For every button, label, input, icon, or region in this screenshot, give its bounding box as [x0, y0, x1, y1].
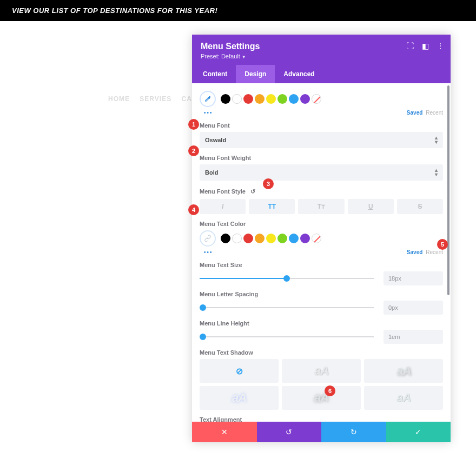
- swatch-black[interactable]: [221, 94, 230, 104]
- style-uppercase-button[interactable]: TT: [249, 199, 295, 214]
- undo-icon: ↺: [286, 428, 292, 436]
- swatch-yellow[interactable]: [266, 234, 276, 243]
- color-link-button[interactable]: [200, 230, 216, 247]
- expand-icon[interactable]: ⛶: [406, 42, 414, 50]
- text-shadow-grid: ⊘ aA aA aA aA aA: [200, 359, 443, 410]
- swatch-red[interactable]: [243, 94, 253, 104]
- swatch-black[interactable]: [221, 234, 230, 243]
- panel-header: Menu Settings Preset: Default ▼ ⛶ ◧ ⋮: [192, 35, 451, 65]
- swatch-orange[interactable]: [255, 234, 265, 243]
- banner-text: VIEW OUR LIST OF TOP DESTINATIONS FOR TH…: [12, 6, 217, 15]
- swatch-white[interactable]: [232, 94, 242, 104]
- label-menu-text-color: Menu Text Color: [200, 221, 443, 227]
- color-eyedropper-button[interactable]: [200, 91, 216, 107]
- reset-icon[interactable]: ↺: [249, 187, 257, 196]
- close-button[interactable]: ✕: [192, 422, 257, 442]
- settings-panel: Menu Settings Preset: Default ▼ ⛶ ◧ ⋮ Co…: [192, 35, 451, 442]
- swatch-yellow[interactable]: [266, 94, 276, 104]
- saved-recent-tabs-2[interactable]: SavedRecent: [407, 249, 443, 255]
- preset-label[interactable]: Preset: Default ▼: [201, 53, 442, 59]
- saved-recent-tabs[interactable]: SavedRecent: [407, 110, 443, 116]
- save-button[interactable]: ✓: [386, 422, 451, 442]
- label-menu-font: Menu Font: [200, 122, 443, 129]
- swatch-purple[interactable]: [300, 94, 310, 104]
- shadow-preset-1[interactable]: aA: [282, 359, 361, 383]
- shadow-preset-5[interactable]: aA: [364, 386, 443, 410]
- top-banner: VIEW OUR LIST OF TOP DESTINATIONS FOR TH…: [0, 0, 476, 21]
- shadow-preset-4[interactable]: aA: [282, 386, 361, 410]
- line-height-slider[interactable]: [200, 331, 374, 342]
- swatch-red[interactable]: [243, 234, 253, 243]
- more-colors-icon[interactable]: •••: [204, 249, 213, 255]
- kebab-menu-icon[interactable]: ⋮: [437, 42, 444, 50]
- undo-button[interactable]: ↺: [257, 422, 322, 442]
- letter-spacing-slider[interactable]: [200, 302, 374, 313]
- style-smallcaps-button[interactable]: Tᴛ: [298, 199, 344, 214]
- style-strike-button[interactable]: S: [397, 199, 443, 214]
- label-line-height: Menu Line Height: [200, 320, 443, 327]
- menu-font-weight-select[interactable]: Bold ▴▾: [200, 164, 443, 181]
- swatch-orange[interactable]: [255, 94, 265, 104]
- label-menu-font-weight: Menu Font Weight: [200, 155, 443, 161]
- label-text-shadow: Menu Text Shadow: [200, 349, 443, 356]
- swatch-none[interactable]: [312, 94, 321, 104]
- swatch-blue[interactable]: [289, 234, 299, 243]
- swatch-green[interactable]: [277, 94, 287, 104]
- text-size-slider[interactable]: [200, 273, 374, 284]
- color-swatch-row-2: [200, 230, 443, 247]
- eyedropper-icon: [203, 94, 213, 104]
- swatch-green[interactable]: [277, 234, 287, 243]
- swatch-none[interactable]: [312, 234, 321, 243]
- shadow-none-button[interactable]: ⊘: [200, 359, 279, 383]
- redo-icon: ↻: [351, 428, 357, 436]
- tab-bar: Content Design Advanced: [192, 65, 451, 83]
- menu-font-select[interactable]: Oswald ▴▾: [200, 132, 443, 148]
- tab-design[interactable]: Design: [236, 65, 275, 83]
- swatch-white[interactable]: [232, 234, 242, 243]
- letter-spacing-value[interactable]: 0px: [384, 301, 443, 315]
- bg-nav-item: HOME: [108, 95, 130, 103]
- swatch-purple[interactable]: [300, 234, 310, 243]
- text-size-value[interactable]: 18px: [384, 271, 443, 285]
- caret-icon: ▴▾: [435, 168, 438, 177]
- tab-advanced[interactable]: Advanced: [275, 65, 323, 83]
- check-icon: ✓: [415, 428, 421, 436]
- label-menu-text-size: Menu Text Size: [200, 262, 443, 268]
- line-height-value[interactable]: 1em: [384, 330, 443, 344]
- caret-icon: ▴▾: [435, 136, 438, 144]
- label-letter-spacing: Menu Letter Spacing: [200, 291, 443, 297]
- style-underline-button[interactable]: U: [348, 199, 394, 214]
- none-icon: ⊘: [236, 366, 243, 376]
- label-text-alignment: Text Alignment: [200, 416, 443, 422]
- panel-footer: ✕ ↺ ↻ ✓: [192, 422, 451, 442]
- scrollbar-thumb[interactable]: [447, 85, 449, 295]
- redo-button[interactable]: ↻: [321, 422, 386, 442]
- style-italic-button[interactable]: I: [200, 199, 246, 214]
- tab-content[interactable]: Content: [194, 65, 236, 83]
- label-menu-font-style: Menu Font Style↺: [200, 187, 443, 196]
- settings-scroll[interactable]: ••• SavedRecent Menu Font Oswald ▴▾ Menu…: [192, 83, 451, 422]
- bg-nav-item: SERVIES: [140, 95, 171, 103]
- more-colors-icon[interactable]: •••: [204, 110, 213, 116]
- panel-layout-icon[interactable]: ◧: [421, 42, 429, 50]
- close-icon: ✕: [221, 428, 228, 436]
- shadow-preset-3[interactable]: aA: [200, 386, 279, 410]
- swatch-blue[interactable]: [289, 94, 299, 104]
- font-style-buttons: I TT Tᴛ U S: [200, 199, 443, 214]
- link-icon: [203, 234, 213, 243]
- shadow-preset-2[interactable]: aA: [364, 359, 443, 383]
- color-swatch-row-1: [200, 91, 443, 107]
